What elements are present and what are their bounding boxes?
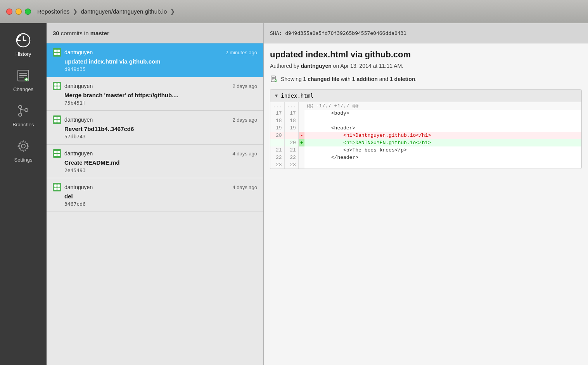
diff-summary-text: Showing 1 changed file with 1 addition a… — [281, 76, 417, 82]
line-num-new: 20 — [284, 139, 298, 146]
table-row: 18 18 — [270, 117, 581, 124]
commit-item-4[interactable]: dantnguyen 4 days ago del 3467cd6 — [47, 178, 263, 212]
line-sign — [298, 154, 304, 161]
commit-hash-3: 2e45493 — [53, 167, 257, 173]
avatar-1 — [53, 82, 61, 90]
line-num-new: 17 — [284, 110, 298, 117]
header-row: 30 commits in master SHA: d949d355a0a5fd… — [47, 23, 588, 43]
commit-message-4: del — [53, 193, 257, 200]
commit-time-2: 2 days ago — [232, 117, 257, 123]
commit-author-row-3: dantnguyen — [53, 149, 93, 158]
commit-hash-1: 75b451f — [53, 100, 257, 106]
commit-message-1: Merge branch 'master' of https://github.… — [53, 92, 257, 98]
settings-icon — [14, 137, 33, 155]
line-num-old: 21 — [270, 146, 284, 154]
commit-item-1[interactable]: dantnguyen 2 days ago Merge branch 'mast… — [47, 77, 263, 111]
line-content: <h1>DANTNGUYEN.github.io</h1> — [304, 139, 581, 146]
line-content: <body> — [304, 110, 581, 117]
commit-item-0[interactable]: dantnguyen 2 minutes ago updated index.h… — [47, 43, 263, 77]
line-sign — [298, 161, 304, 169]
svg-rect-31 — [54, 184, 57, 187]
sha-value: SHA: d949d355a0a5fd70f39265b94557e0466dd… — [270, 30, 406, 36]
branches-label: Branches — [13, 122, 34, 127]
svg-rect-29 — [54, 154, 57, 156]
svg-rect-17 — [54, 53, 57, 55]
sidebar-item-history[interactable]: History — [0, 26, 47, 62]
commit-author-row-0: dantnguyen — [53, 48, 93, 57]
line-num-new: 19 — [284, 124, 298, 132]
branches-icon — [14, 102, 33, 120]
svg-rect-15 — [54, 50, 57, 52]
commit-message-0: updated index.html via github.com — [53, 58, 257, 65]
commit-time-3: 4 days ago — [232, 151, 257, 157]
breadcrumb: Repositories ❯ dantnguyen/dantnguyen.git… — [37, 8, 178, 15]
line-num-old: 18 — [270, 117, 284, 124]
minimize-button[interactable] — [16, 9, 22, 15]
commit-list: dantnguyen 2 minutes ago updated index.h… — [47, 43, 264, 365]
commit-item-header-4: dantnguyen 4 days ago — [53, 183, 257, 191]
line-content: <h1>Dantnguyen.github.io</h1> — [304, 132, 581, 139]
breadcrumb-repos[interactable]: Repositories — [37, 8, 69, 15]
file-diff: ▼ index.html ... ... @@ -17,7 +17,7 @@ — [270, 89, 582, 169]
changes-label: Changes — [13, 86, 33, 92]
maximize-button[interactable] — [25, 9, 31, 15]
line-content: </header> — [304, 154, 581, 161]
sidebar-item-changes[interactable]: Changes — [0, 62, 47, 97]
settings-label: Settings — [14, 157, 33, 163]
line-num-old: 20 — [270, 132, 284, 139]
line-num-new: 23 — [284, 161, 298, 169]
panels: dantnguyen 2 minutes ago updated index.h… — [47, 43, 588, 365]
breadcrumb-repo[interactable]: dantnguyen/dantnguyen.github.io — [81, 8, 167, 15]
svg-rect-22 — [57, 86, 60, 89]
file-diff-header: ▼ index.html — [270, 90, 581, 102]
line-sign: - — [298, 132, 304, 139]
history-label: History — [16, 51, 31, 57]
line-sign — [298, 124, 304, 132]
author-name-0: dantnguyen — [64, 49, 93, 55]
commit-hash-4: 3467cd6 — [53, 201, 257, 207]
sidebar-item-settings[interactable]: Settings — [0, 132, 47, 167]
line-num-old: ... — [270, 102, 284, 110]
commits-header: 30 commits in master — [47, 23, 264, 43]
commit-hash-2: 57db743 — [53, 134, 257, 139]
svg-rect-27 — [54, 151, 57, 153]
line-content — [304, 161, 581, 169]
commit-item-header-1: dantnguyen 2 days ago — [53, 82, 257, 90]
content-area: 30 commits in master SHA: d949d355a0a5fd… — [47, 23, 588, 365]
commits-in-label: commits in — [61, 30, 89, 36]
svg-point-10 — [19, 105, 22, 108]
changes-icon — [14, 66, 33, 85]
svg-rect-33 — [54, 188, 57, 190]
line-num-old: 17 — [270, 110, 284, 117]
line-content — [304, 117, 581, 124]
line-num-old: 19 — [270, 124, 284, 132]
table-row: 22 22 </header> — [270, 154, 581, 161]
table-row: 20 + <h1>DANTNGUYEN.github.io</h1> — [270, 139, 581, 146]
table-row: 20 - <h1>Dantnguyen.github.io</h1> — [270, 132, 581, 139]
commit-message-3: Create README.md — [53, 159, 257, 166]
commit-item-header-2: dantnguyen 2 days ago — [53, 115, 257, 124]
close-button[interactable] — [6, 9, 12, 15]
avatar-2 — [53, 115, 61, 124]
breadcrumb-sep-2: ❯ — [170, 8, 175, 15]
commit-count: 30 — [53, 30, 59, 36]
line-sign — [298, 117, 304, 124]
line-num-old: 22 — [270, 154, 284, 161]
titlebar: Repositories ❯ dantnguyen/dantnguyen.git… — [0, 0, 588, 23]
svg-rect-34 — [57, 188, 60, 190]
line-num-old — [270, 139, 284, 146]
sha-header: SHA: d949d355a0a5fd70f39265b94557e0466dd… — [264, 23, 588, 43]
triangle-icon: ▼ — [275, 93, 278, 98]
commit-item-3[interactable]: dantnguyen 4 days ago Create README.md 2… — [47, 145, 263, 178]
svg-rect-23 — [54, 117, 57, 119]
table-row: 23 23 — [270, 161, 581, 169]
table-row: 19 19 <header> — [270, 124, 581, 132]
line-sign — [298, 110, 304, 117]
commit-time-0: 2 minutes ago — [225, 50, 257, 55]
sidebar-item-branches[interactable]: Branches — [0, 97, 47, 132]
author-name-2: dantnguyen — [64, 117, 93, 123]
svg-rect-21 — [54, 86, 57, 89]
diff-authored: Authored by dantnguyen on Apr 13, 2014 a… — [270, 63, 582, 69]
commit-item-2[interactable]: dantnguyen 2 days ago Revert 7bd11b4..34… — [47, 111, 263, 145]
svg-rect-32 — [57, 184, 60, 187]
